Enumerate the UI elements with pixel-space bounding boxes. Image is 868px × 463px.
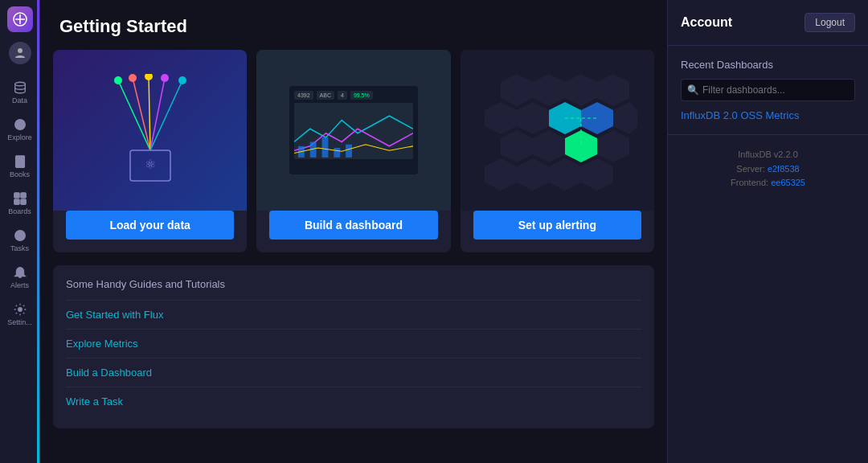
sidebar-item-settings[interactable]: Settin... (0, 299, 39, 330)
recent-dashboards-section: Recent Dashboards 🔍 InfluxDB 2.0 OSS Met… (668, 46, 868, 135)
svg-point-22 (161, 74, 169, 82)
load-data-illustration: ⚛ (102, 74, 199, 186)
svg-marker-35 (485, 102, 517, 134)
version-frontend: Frontend: ee65325 (681, 176, 855, 191)
recent-dashboards-title: Recent Dashboards (681, 59, 855, 71)
svg-marker-41 (533, 130, 565, 162)
page-header: Getting Started (40, 0, 667, 50)
guide-item-0[interactable]: Get Started with Flux (66, 300, 641, 329)
frontend-label: Frontend: (731, 178, 768, 187)
svg-point-20 (129, 74, 137, 82)
logout-button[interactable]: Logout (805, 13, 855, 32)
svg-point-2 (14, 82, 25, 86)
user-avatar[interactable] (9, 42, 31, 64)
card-build-dashboard: 2 4392 ABC 4 99.5% (256, 50, 450, 252)
svg-point-23 (178, 76, 186, 84)
svg-line-18 (150, 80, 182, 150)
sidebar-item-alerts[interactable]: Alerts (0, 262, 39, 293)
main-content: Getting Started 1 (40, 0, 667, 463)
svg-marker-47 (581, 158, 613, 191)
svg-line-14 (118, 80, 150, 150)
svg-marker-34 (597, 74, 629, 106)
filter-dashboards-input[interactable] (681, 79, 855, 101)
sidebar-item-settings-label: Settin... (7, 318, 32, 326)
sidebar-item-data-label: Data (12, 96, 27, 104)
sidebar-item-boards-label: Boards (8, 207, 31, 215)
sidebar-item-explore[interactable]: Explore (0, 114, 39, 145)
svg-marker-31 (501, 74, 533, 106)
build-dashboard-button[interactable]: Build a dashboard (269, 211, 437, 240)
guide-item-2[interactable]: Build a Dashboard (66, 358, 641, 387)
server-label: Server: (736, 164, 764, 174)
account-title: Account (681, 15, 732, 30)
svg-rect-29 (334, 148, 340, 158)
svg-point-21 (145, 74, 153, 80)
card-dashboard-image: 4392 ABC 4 99.5% (256, 50, 450, 211)
card-alerting-image (461, 50, 654, 211)
svg-marker-39 (613, 102, 637, 134)
app-logo[interactable] (7, 6, 33, 32)
set-up-alerting-button[interactable]: Set up alerting (473, 211, 641, 240)
svg-marker-40 (501, 130, 533, 162)
version-server: Server: e2f8538 (681, 162, 855, 177)
svg-text:⚛: ⚛ (145, 158, 156, 171)
svg-marker-32 (533, 74, 565, 106)
svg-marker-44 (485, 158, 517, 191)
filter-input-wrapper: 🔍 (681, 79, 855, 101)
svg-line-16 (149, 76, 150, 150)
sidebar: Data Explore Books Boards (0, 0, 40, 463)
svg-rect-4 (15, 156, 24, 167)
svg-marker-43 (597, 130, 629, 162)
sidebar-accent-bar (37, 0, 39, 463)
dashboard-illustration: 4392 ABC 4 99.5% (289, 86, 418, 174)
sidebar-item-tasks[interactable]: Tasks (0, 225, 39, 256)
svg-rect-28 (322, 137, 329, 158)
svg-rect-9 (20, 193, 25, 198)
sidebar-item-alerts-label: Alerts (10, 281, 29, 289)
stat-2: ABC (317, 91, 334, 100)
sidebar-item-books-label: Books (10, 170, 30, 178)
stat-3: 4 (338, 91, 347, 100)
load-data-button[interactable]: Load your data (66, 211, 234, 240)
sidebar-item-explore-label: Explore (7, 133, 32, 141)
server-hash[interactable]: e2f8538 (768, 164, 800, 174)
svg-marker-46 (549, 158, 581, 191)
card-load-data-image: ⚛ (53, 50, 247, 211)
svg-rect-30 (346, 145, 352, 158)
sidebar-item-books[interactable]: Books (0, 151, 39, 182)
alerting-illustration-svg (477, 66, 637, 195)
card-load-data: 1 (53, 50, 247, 252)
svg-rect-8 (14, 193, 18, 198)
svg-marker-36 (517, 102, 549, 134)
sidebar-item-boards[interactable]: Boards (0, 188, 39, 219)
svg-rect-11 (20, 199, 25, 204)
dashboard-stats-row: 4392 ABC 4 99.5% (294, 91, 413, 100)
page-title: Getting Started (59, 16, 648, 37)
svg-marker-45 (517, 158, 549, 191)
svg-point-13 (18, 308, 22, 312)
stat-4: 99.5% (350, 91, 373, 100)
dashboard-chart (294, 103, 413, 159)
data-stems-svg: ⚛ (102, 74, 199, 186)
svg-point-19 (114, 76, 122, 84)
right-panel: Account Logout Recent Dashboards 🔍 Influ… (667, 0, 868, 463)
version-info: InfluxDB v2.2.0 Server: e2f8538 Frontend… (668, 135, 868, 203)
guides-section: Some Handy Guides and Tutorials Get Star… (53, 265, 654, 428)
svg-marker-33 (565, 74, 597, 106)
guides-title: Some Handy Guides and Tutorials (66, 278, 641, 290)
sidebar-item-data[interactable]: Data (0, 77, 39, 108)
dashboard-link-0[interactable]: InfluxDB 2.0 OSS Metrics (681, 109, 855, 121)
stat-1: 4392 (294, 91, 313, 100)
guide-item-3[interactable]: Write a Task (66, 387, 641, 416)
frontend-hash[interactable]: ee65325 (771, 178, 805, 187)
guide-item-1[interactable]: Explore Metrics (66, 329, 641, 358)
card-alerting: 3 (461, 50, 654, 252)
svg-line-17 (150, 78, 165, 150)
svg-point-1 (18, 48, 23, 53)
svg-rect-10 (14, 199, 18, 204)
sidebar-item-tasks-label: Tasks (10, 244, 29, 252)
svg-line-15 (133, 78, 150, 150)
version-db: InfluxDB v2.2.0 (681, 148, 855, 162)
search-icon: 🔍 (687, 84, 699, 96)
getting-started-cards: 1 (40, 50, 667, 252)
